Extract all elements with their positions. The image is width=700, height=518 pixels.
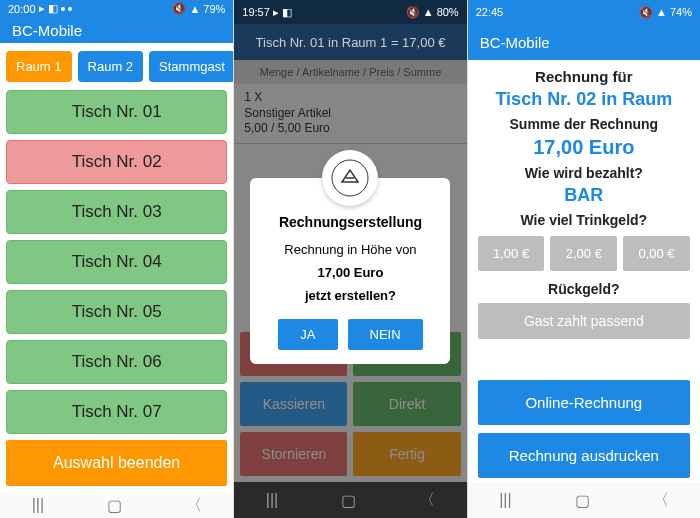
room-tab-1[interactable]: Raum 1 <box>6 51 72 82</box>
status-time: 19:57 <box>242 6 270 18</box>
screen-payment: 22:45 🔇 ▲ 74% BC-Mobile Rechnung für Tis… <box>467 0 700 518</box>
nav-home-icon[interactable]: ▢ <box>341 491 356 510</box>
dialog-amount: 17,00 Euro <box>262 265 438 280</box>
status-icon: ◧ <box>48 2 58 15</box>
online-bill-button[interactable]: Online-Rechnung <box>478 380 690 425</box>
nav-home-icon[interactable]: ▢ <box>575 491 590 510</box>
room-tab-regular[interactable]: Stammgast <box>149 51 233 82</box>
mute-icon: 🔇 <box>172 2 186 15</box>
dialog-text: jetzt erstellen? <box>262 288 438 303</box>
status-icon: ▸ <box>273 6 279 19</box>
tip-button[interactable]: 0,00 € <box>623 236 690 271</box>
nav-bar: ||| ▢ 〈 <box>468 482 700 518</box>
table-button[interactable]: Tisch Nr. 05 <box>6 290 227 334</box>
status-bar: 20:00 ▸ ◧ 🔇 ▲ 79% <box>0 0 233 17</box>
mute-icon: 🔇 <box>406 6 420 19</box>
battery-icon: 74% <box>670 6 692 18</box>
logo-icon <box>322 150 378 206</box>
nav-back-icon[interactable]: 〈 <box>186 495 202 516</box>
screen-order: 19:57 ▸ ◧ 🔇 ▲ 80% Tisch Nr. 01 in Raum 1… <box>233 0 466 518</box>
status-bar: 22:45 🔇 ▲ 74% <box>468 0 700 24</box>
sum-label: Summe der Rechnung <box>478 116 690 132</box>
dialog-title: Rechnungserstellung <box>262 214 438 230</box>
wifi-icon: ▲ <box>189 3 200 15</box>
no-button[interactable]: NEIN <box>348 319 423 350</box>
nav-recent-icon[interactable]: ||| <box>32 496 44 514</box>
bill-for-label: Rechnung für <box>478 68 690 85</box>
tip-label: Wie viel Trinkgeld? <box>478 212 690 228</box>
pay-how-label: Wie wird bezahlt? <box>478 165 690 181</box>
exact-pay-button[interactable]: Gast zahlt passend <box>478 303 690 339</box>
table-button[interactable]: Tisch Nr. 04 <box>6 240 227 284</box>
yes-button[interactable]: JA <box>278 319 337 350</box>
nav-back-icon[interactable]: 〈 <box>419 490 435 511</box>
change-label: Rückgeld? <box>478 281 690 297</box>
dialog-text: Rechnung in Höhe von <box>262 242 438 257</box>
nav-recent-icon[interactable]: ||| <box>499 491 511 509</box>
table-button[interactable]: Tisch Nr. 07 <box>6 390 227 434</box>
bill-table: Tisch Nr. 02 in Raum <box>478 89 690 110</box>
table-button[interactable]: Tisch Nr. 02 <box>6 140 227 184</box>
table-header: Tisch Nr. 01 in Raum 1 = 17,00 € <box>234 24 466 60</box>
app-title: BC-Mobile <box>12 22 82 39</box>
status-dot <box>68 7 72 11</box>
nav-back-icon[interactable]: 〈 <box>653 490 669 511</box>
table-button[interactable]: Tisch Nr. 03 <box>6 190 227 234</box>
status-time: 20:00 <box>8 3 36 15</box>
app-title: BC-Mobile <box>480 34 550 51</box>
status-bar: 19:57 ▸ ◧ 🔇 ▲ 80% <box>234 0 466 24</box>
battery-icon: 80% <box>437 6 459 18</box>
tip-button[interactable]: 1,00 € <box>478 236 545 271</box>
status-icon: ◧ <box>282 6 292 19</box>
table-button[interactable]: Tisch Nr. 06 <box>6 340 227 384</box>
status-time: 22:45 <box>476 6 504 18</box>
sum-value: 17,00 Euro <box>478 136 690 159</box>
nav-bar: ||| ▢ 〈 <box>0 492 233 518</box>
room-tab-2[interactable]: Raum 2 <box>78 51 144 82</box>
tip-button[interactable]: 2,00 € <box>550 236 617 271</box>
wifi-icon: ▲ <box>423 6 434 18</box>
screen-tables: 20:00 ▸ ◧ 🔇 ▲ 79% BC-Mobile Raum 1 Raum … <box>0 0 233 518</box>
nav-home-icon[interactable]: ▢ <box>107 496 122 515</box>
table-list: Tisch Nr. 01 Tisch Nr. 02 Tisch Nr. 03 T… <box>0 90 233 434</box>
wifi-icon: ▲ <box>656 6 667 18</box>
app-bar: BC-Mobile <box>468 24 700 60</box>
bill-dialog: Rechnungserstellung Rechnung in Höhe von… <box>250 178 450 364</box>
mute-icon: 🔇 <box>639 6 653 19</box>
status-dot <box>61 7 65 11</box>
app-bar: BC-Mobile <box>0 17 233 43</box>
table-button[interactable]: Tisch Nr. 01 <box>6 90 227 134</box>
end-selection-button[interactable]: Auswahl beenden <box>6 440 227 486</box>
status-icon: ▸ <box>39 2 45 15</box>
pay-method[interactable]: BAR <box>478 185 690 206</box>
nav-recent-icon[interactable]: ||| <box>266 491 278 509</box>
print-bill-button[interactable]: Rechnung ausdrucken <box>478 433 690 478</box>
modal-overlay[interactable]: Rechnungserstellung Rechnung in Höhe von… <box>234 60 466 482</box>
nav-bar: ||| ▢ 〈 <box>234 482 466 518</box>
battery-icon: 79% <box>203 3 225 15</box>
room-tabs: Raum 1 Raum 2 Stammgast <box>0 43 233 90</box>
